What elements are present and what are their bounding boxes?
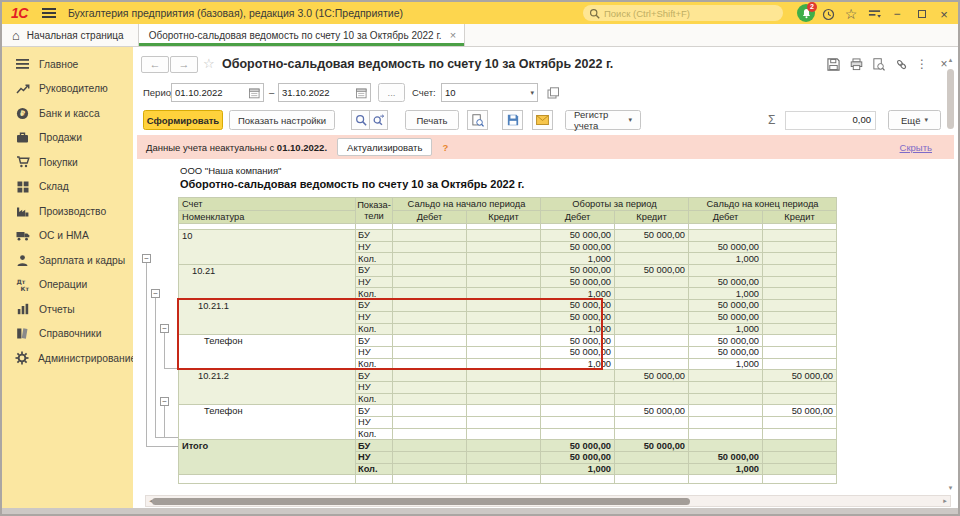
value-cell[interactable] xyxy=(763,335,837,347)
value-cell[interactable] xyxy=(393,370,467,382)
value-cell[interactable]: 50 000,00 xyxy=(541,300,615,312)
value-cell[interactable]: 50 000,00 xyxy=(541,335,615,347)
value-cell[interactable] xyxy=(689,428,763,440)
value-cell[interactable] xyxy=(689,440,763,452)
preview-button[interactable] xyxy=(467,110,488,130)
metric-cell[interactable]: БУ xyxy=(356,440,393,452)
value-cell[interactable]: 50 000,00 xyxy=(541,230,615,242)
value-cell[interactable] xyxy=(763,428,837,440)
value-cell[interactable]: 1,000 xyxy=(541,463,615,475)
value-cell[interactable] xyxy=(689,381,763,393)
value-cell[interactable] xyxy=(541,370,615,382)
value-cell[interactable] xyxy=(689,265,763,277)
find-button[interactable] xyxy=(351,110,370,130)
metric-cell[interactable]: НУ xyxy=(356,346,393,358)
sidebar-item-sklad[interactable]: Склад xyxy=(2,175,133,200)
value-cell[interactable] xyxy=(615,300,689,312)
value-cell[interactable] xyxy=(615,393,689,405)
value-cell[interactable] xyxy=(763,452,837,464)
metric-cell[interactable]: БУ xyxy=(356,405,393,417)
save-file-button[interactable] xyxy=(502,110,523,130)
value-cell[interactable] xyxy=(541,405,615,417)
value-cell[interactable] xyxy=(615,381,689,393)
value-cell[interactable] xyxy=(615,288,689,300)
generate-button[interactable]: Сформировать xyxy=(143,110,223,130)
print-icon[interactable] xyxy=(848,56,864,72)
value-cell[interactable]: 1,000 xyxy=(541,288,615,300)
value-cell[interactable] xyxy=(763,381,837,393)
value-cell[interactable] xyxy=(467,230,541,242)
value-cell[interactable] xyxy=(615,452,689,464)
value-cell[interactable]: 50 000,00 xyxy=(763,370,837,382)
metric-cell[interactable]: Кол. xyxy=(356,428,393,440)
hide-link[interactable]: Скрыть xyxy=(900,142,932,153)
value-cell[interactable] xyxy=(393,463,467,475)
collapse-group-icon[interactable]: − xyxy=(151,289,160,298)
value-cell[interactable] xyxy=(615,358,689,370)
value-cell[interactable] xyxy=(689,393,763,405)
value-cell[interactable]: 1,000 xyxy=(689,463,763,475)
metric-cell[interactable]: НУ xyxy=(356,276,393,288)
tab-report[interactable]: Оборотно-сальдовая ведомость по счету 10… xyxy=(138,24,465,46)
value-cell[interactable] xyxy=(393,276,467,288)
value-cell[interactable] xyxy=(467,463,541,475)
value-cell[interactable]: 50 000,00 xyxy=(541,265,615,277)
show-settings-button[interactable]: Показать настройки xyxy=(229,110,335,130)
scrollbar-thumb[interactable] xyxy=(947,69,954,129)
value-cell[interactable] xyxy=(689,417,763,429)
back-button[interactable]: ← xyxy=(141,56,169,73)
print-button[interactable]: Печать xyxy=(405,110,459,130)
value-cell[interactable] xyxy=(615,346,689,358)
value-cell[interactable] xyxy=(763,323,837,335)
value-cell[interactable]: 50 000,00 xyxy=(763,405,837,417)
collapse-group-icon[interactable]: − xyxy=(160,324,169,333)
metric-cell[interactable]: Кол. xyxy=(356,358,393,370)
account-input[interactable] xyxy=(445,87,526,98)
value-cell[interactable] xyxy=(393,335,467,347)
value-cell[interactable] xyxy=(689,370,763,382)
sidebar-item-rukovoditelyu[interactable]: Руководителю xyxy=(2,77,133,102)
value-cell[interactable] xyxy=(615,428,689,440)
value-cell[interactable]: 50 000,00 xyxy=(541,241,615,253)
horizontal-scrollbar[interactable]: ◂ ▸ xyxy=(145,495,951,507)
value-cell[interactable] xyxy=(541,428,615,440)
value-cell[interactable] xyxy=(467,381,541,393)
history-clock-icon[interactable] xyxy=(819,5,837,23)
date-to-field[interactable] xyxy=(278,83,371,102)
header-debit[interactable]: Дебет xyxy=(689,211,763,224)
value-cell[interactable] xyxy=(393,452,467,464)
chevron-down-icon[interactable]: ▾ xyxy=(530,89,534,97)
metric-cell[interactable]: НУ xyxy=(356,381,393,393)
value-cell[interactable] xyxy=(393,440,467,452)
restore-icon[interactable] xyxy=(913,5,931,23)
service-menu-icon[interactable] xyxy=(865,5,883,23)
value-cell[interactable]: 1,000 xyxy=(541,253,615,265)
value-cell[interactable] xyxy=(615,323,689,335)
value-cell[interactable] xyxy=(689,230,763,242)
header-debit[interactable]: Дебет xyxy=(393,211,467,224)
value-cell[interactable] xyxy=(467,440,541,452)
tab-close-icon[interactable]: × xyxy=(450,29,456,41)
favorites-star-icon[interactable]: ☆ xyxy=(842,5,860,23)
value-cell[interactable] xyxy=(467,428,541,440)
collapse-group-icon[interactable]: − xyxy=(160,397,169,406)
value-cell[interactable]: 50 000,00 xyxy=(689,241,763,253)
metric-cell[interactable]: Кол. xyxy=(356,288,393,300)
value-cell[interactable] xyxy=(393,230,467,242)
preview-icon[interactable] xyxy=(870,56,886,72)
actualize-button[interactable]: Актуализировать xyxy=(337,138,432,156)
value-cell[interactable] xyxy=(467,370,541,382)
value-cell[interactable] xyxy=(467,417,541,429)
value-cell[interactable] xyxy=(467,358,541,370)
account-cell[interactable]: 10.21.1 xyxy=(179,300,356,335)
value-cell[interactable] xyxy=(763,265,837,277)
account-cell[interactable]: 10.21 xyxy=(179,265,356,300)
value-cell[interactable] xyxy=(615,463,689,475)
header-item[interactable]: Номенклатура xyxy=(179,211,356,224)
header-account[interactable]: Счет xyxy=(179,198,356,211)
value-cell[interactable]: 50 000,00 xyxy=(541,346,615,358)
value-cell[interactable] xyxy=(393,405,467,417)
metric-cell[interactable]: БУ xyxy=(356,370,393,382)
close-window-icon[interactable]: × xyxy=(935,5,953,23)
metric-cell[interactable]: Кол. xyxy=(356,323,393,335)
